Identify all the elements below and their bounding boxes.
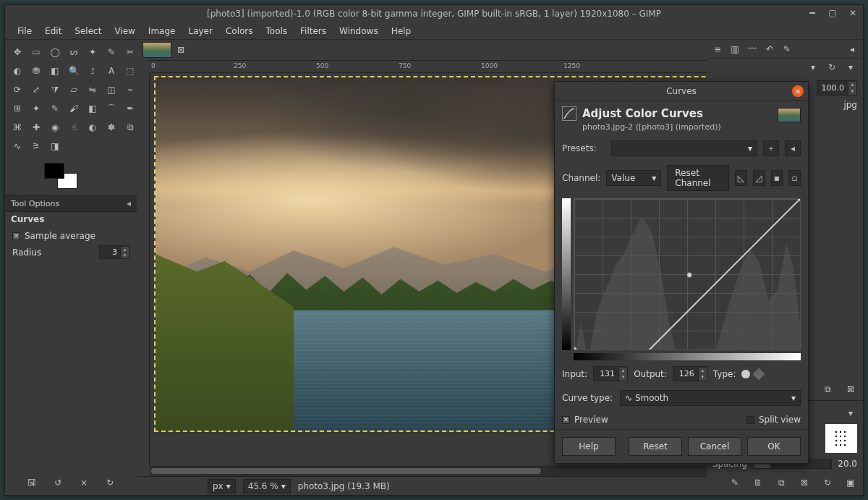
menu-windows[interactable]: Windows (333, 24, 385, 38)
menu-file[interactable]: File (11, 24, 38, 38)
point-type-corner[interactable] (753, 368, 765, 380)
curves-titlebar[interactable]: Curves ✕ (555, 82, 808, 101)
radius-spin-down[interactable]: ▾ (120, 253, 129, 258)
text-tool[interactable]: A (103, 63, 119, 79)
brush-strip-icon[interactable]: ✎ (780, 43, 793, 56)
help-button[interactable]: Help (562, 437, 616, 456)
color-picker-tool[interactable]: ◐ (9, 63, 25, 79)
ok-button[interactable]: OK (747, 437, 801, 456)
threshold-tool[interactable]: ◨ (47, 138, 63, 154)
linear-hist-button[interactable]: ◺ (735, 170, 747, 186)
layer-delete-icon[interactable]: ⊠ (844, 383, 857, 396)
menu-tools[interactable]: Tools (260, 24, 294, 38)
spin-up[interactable]: ▴ (618, 368, 627, 374)
sample-average-checkbox[interactable]: ✕ (12, 232, 20, 240)
menubar[interactable]: File Edit Select View Image Layer Colors… (5, 22, 863, 40)
spin-up[interactable]: ▴ (698, 368, 707, 374)
lasso-tool[interactable]: ᔕ (66, 44, 82, 60)
menu-image[interactable]: Image (142, 24, 182, 38)
brush-refresh-icon[interactable]: ↻ (821, 476, 834, 489)
opacity-input[interactable] (817, 81, 848, 95)
curve-handle-start[interactable] (574, 347, 577, 350)
menu-view[interactable]: View (108, 24, 141, 38)
clone-tool[interactable]: ⌘ (9, 119, 25, 135)
warp-tool[interactable]: ⌁ (122, 82, 138, 98)
brush-preview[interactable] (825, 424, 857, 453)
spin-up[interactable]: ▴ (848, 82, 856, 88)
scale-tool[interactable]: ⤢ (28, 82, 44, 98)
ruler-horizontal[interactable]: 0 250 500 750 1000 1250 (150, 60, 707, 73)
radius-input[interactable] (100, 246, 120, 258)
picker-black-icon[interactable]: ▪ (771, 170, 783, 186)
tool-options-tab[interactable]: Tool Options (11, 199, 59, 208)
spin-down[interactable]: ▾ (698, 374, 707, 381)
gradient-tool[interactable]: ◧ (47, 63, 63, 79)
handle-tool[interactable]: ✦ (28, 101, 44, 116)
output-field[interactable]: ▴▾ (673, 366, 707, 381)
undo-strip-icon[interactable]: ↶ (763, 43, 776, 56)
dodge-tool[interactable]: ◐ (85, 119, 101, 135)
restore-icon[interactable]: ↻ (103, 476, 116, 489)
menu-colors[interactable]: Colors (219, 24, 260, 38)
add-preset-button[interactable]: ＋ (763, 140, 779, 156)
rect-select-tool[interactable]: ▭ (28, 44, 44, 60)
zoom-tool[interactable]: 🔍 (66, 63, 82, 79)
preset-menu-button[interactable]: ◂ (785, 140, 801, 156)
shear-tool[interactable]: ⧩ (47, 82, 63, 98)
log-hist-button[interactable]: ◿ (753, 170, 765, 186)
brush-tab-chevron[interactable]: ▾ (844, 407, 857, 420)
rotate-tool[interactable]: ⟳ (9, 82, 25, 98)
scrollbar-thumb[interactable] (151, 468, 541, 474)
scrollbar-horizontal[interactable] (150, 466, 707, 476)
smudge-tool[interactable]: ☝ (66, 119, 82, 135)
curve-handle-mid[interactable] (686, 272, 692, 278)
curves-tool[interactable]: ∿ (9, 138, 25, 154)
layers-strip-icon[interactable]: ≡ (711, 43, 724, 56)
paths-tool[interactable]: ✎ (103, 44, 119, 60)
scissors-tool[interactable]: ✂ (122, 44, 138, 60)
brush-open-icon[interactable]: ▣ (844, 476, 857, 489)
picker-white-icon[interactable]: ▫ (788, 170, 801, 186)
curve-editor[interactable] (574, 198, 801, 350)
right-tab-chevron2[interactable]: ▾ (844, 61, 857, 74)
image-tab-close-icon[interactable]: ⊠ (177, 45, 184, 55)
reset-button[interactable]: Reset (629, 437, 682, 456)
brush-edit-icon[interactable]: ✎ (728, 476, 741, 489)
dock-menu-icon[interactable]: ◂ (846, 43, 859, 56)
blur-tool[interactable]: ◉ (47, 119, 63, 135)
split-view-checkbox[interactable] (746, 416, 754, 424)
mypaint-tool[interactable]: ✽ (103, 119, 119, 135)
point-type-smooth[interactable] (741, 370, 750, 378)
spin-down[interactable]: ▾ (618, 374, 627, 381)
window-maximize-button[interactable]: ▢ (827, 7, 838, 19)
reset-right-icon[interactable]: ↻ (825, 61, 838, 74)
curves-close-button[interactable]: ✕ (792, 85, 804, 97)
brush-new-icon[interactable]: 🗎 (752, 476, 765, 489)
ellipse-select-tool[interactable]: ◯ (47, 44, 63, 60)
cancel-button[interactable]: Cancel (688, 437, 741, 456)
input-value[interactable] (594, 367, 618, 381)
ruler-vertical[interactable] (137, 73, 150, 466)
levels-tool[interactable]: ⚞ (28, 138, 44, 154)
delete-preset-icon[interactable]: ⨯ (77, 476, 90, 489)
file-ext-tab[interactable]: jpg (843, 100, 857, 110)
channels-strip-icon[interactable]: ▥ (728, 43, 741, 56)
menu-edit[interactable]: Edit (38, 24, 68, 38)
cage-tool[interactable]: ◫ (103, 82, 119, 98)
fg-color-swatch[interactable] (44, 163, 64, 179)
eraser-tool[interactable]: ◧ (85, 101, 101, 116)
save-preset-icon[interactable]: 🖫 (25, 476, 38, 489)
crop-tool[interactable]: ⬚ (122, 63, 138, 79)
input-field[interactable]: ▴▾ (593, 366, 628, 381)
perspective-tool[interactable]: ▱ (66, 82, 82, 98)
curve-handle-end[interactable] (797, 198, 801, 202)
perspective-clone-tool[interactable]: ⧉ (122, 119, 138, 135)
fuzzy-select-tool[interactable]: ✦ (85, 44, 101, 60)
ink-tool[interactable]: ✒ (122, 101, 138, 116)
layer-duplicate-icon[interactable]: ⧉ (821, 383, 834, 396)
radius-spin-up[interactable]: ▴ (120, 247, 129, 253)
preview-checkbox[interactable]: ✕ (562, 416, 570, 424)
airbrush-tool[interactable]: ⌒ (103, 101, 119, 116)
menu-filters[interactable]: Filters (294, 24, 333, 38)
window-close-button[interactable]: ✕ (847, 7, 859, 19)
